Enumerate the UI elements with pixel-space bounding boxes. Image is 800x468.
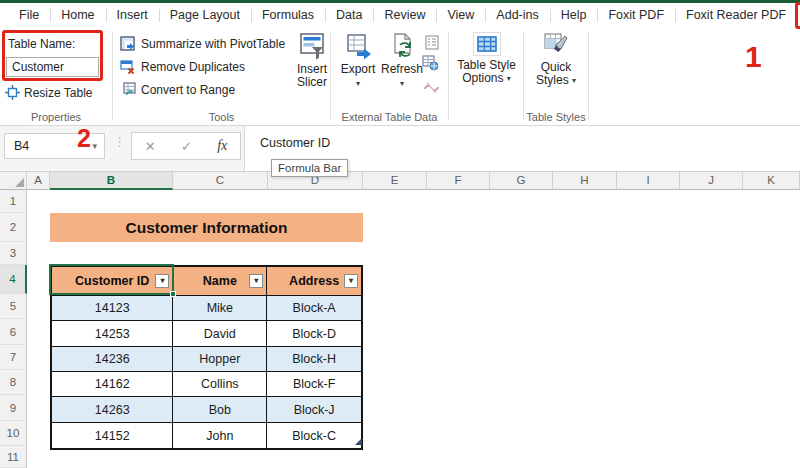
tab-formulas[interactable]: Formulas: [251, 3, 325, 28]
cell-F7[interactable]: [427, 345, 490, 370]
cell-A9[interactable]: [27, 395, 50, 421]
cell-A5[interactable]: [27, 294, 50, 319]
enter-button[interactable]: ✓: [181, 139, 192, 154]
table-cell[interactable]: Block-D: [267, 321, 361, 346]
table-header-name[interactable]: Name▾: [173, 267, 267, 295]
tab-foxit-reader-pdf[interactable]: Foxit Reader PDF: [675, 3, 797, 28]
table-header-customer-id[interactable]: Customer ID▾: [52, 267, 173, 295]
cell-H11[interactable]: [553, 446, 617, 468]
cell-H7[interactable]: [553, 345, 617, 370]
filter-dropdown-button[interactable]: ▾: [155, 274, 169, 288]
table-cell[interactable]: Block-C: [267, 423, 361, 448]
cell-K6[interactable]: [743, 319, 800, 345]
cell-H10[interactable]: [553, 421, 617, 446]
cell-K5[interactable]: [743, 294, 800, 319]
cell-F6[interactable]: [427, 319, 490, 345]
tab-page-layout[interactable]: Page Layout: [159, 3, 251, 28]
tab-file[interactable]: File: [8, 3, 50, 28]
cell-E11[interactable]: [363, 446, 427, 468]
cell-I3[interactable]: [617, 242, 680, 265]
tab-view[interactable]: View: [436, 3, 485, 28]
table-cell[interactable]: Hopper: [173, 347, 267, 371]
cell-K2[interactable]: [743, 213, 800, 242]
cell-G8[interactable]: [490, 370, 553, 395]
cell-I10[interactable]: [617, 421, 680, 446]
cell-F5[interactable]: [427, 294, 490, 319]
insert-function-button[interactable]: fx: [217, 138, 227, 154]
cell-J7[interactable]: [680, 345, 743, 370]
table-cell[interactable]: Block-A: [267, 296, 361, 320]
row-header-4[interactable]: 4: [0, 265, 27, 294]
convert-to-range-button[interactable]: Convert to Range: [120, 80, 235, 100]
row-header-9[interactable]: 9: [0, 395, 27, 421]
table-cell[interactable]: 14236: [52, 347, 173, 371]
cell-F1[interactable]: [427, 190, 490, 213]
table-resize-handle[interactable]: [355, 438, 362, 445]
cell-E10[interactable]: [363, 421, 427, 446]
column-header-F[interactable]: F: [427, 172, 490, 190]
cell-F9[interactable]: [427, 395, 490, 421]
table-cell[interactable]: Block-F: [267, 372, 361, 396]
cell-I9[interactable]: [617, 395, 680, 421]
cell-K11[interactable]: [743, 446, 800, 468]
cell-K3[interactable]: [743, 242, 800, 265]
cell-J10[interactable]: [680, 421, 743, 446]
cell-J9[interactable]: [680, 395, 743, 421]
cell-A6[interactable]: [27, 319, 50, 345]
column-header-A[interactable]: A: [27, 172, 50, 190]
cell-I5[interactable]: [617, 294, 680, 319]
column-header-E[interactable]: E: [363, 172, 427, 190]
cell-E1[interactable]: [363, 190, 427, 213]
cell-F3[interactable]: [427, 242, 490, 265]
cell-I6[interactable]: [617, 319, 680, 345]
tab-insert[interactable]: Insert: [106, 3, 159, 28]
table-cell[interactable]: Block-H: [267, 347, 361, 371]
cell-F11[interactable]: [427, 446, 490, 468]
cell-G4[interactable]: [490, 265, 553, 294]
cell-F8[interactable]: [427, 370, 490, 395]
cell-J4[interactable]: [680, 265, 743, 294]
cell-H1[interactable]: [553, 190, 617, 213]
cell-J5[interactable]: [680, 294, 743, 319]
cell-F2[interactable]: [427, 213, 490, 242]
cell-A8[interactable]: [27, 370, 50, 395]
cell-J1[interactable]: [680, 190, 743, 213]
column-header-G[interactable]: G: [490, 172, 553, 190]
open-in-browser-button[interactable]: [421, 55, 439, 71]
table-cell[interactable]: John: [173, 423, 267, 448]
filter-dropdown-button[interactable]: ▾: [344, 274, 358, 288]
select-all-corner[interactable]: [0, 172, 27, 190]
cell-K10[interactable]: [743, 421, 800, 446]
tab-data[interactable]: Data: [325, 3, 373, 28]
column-header-K[interactable]: K: [743, 172, 800, 190]
table-cell[interactable]: 14162: [52, 372, 173, 396]
quick-styles-button[interactable]: Quick Styles ▾: [526, 32, 586, 87]
table-cell[interactable]: 14253: [52, 321, 173, 346]
cell-E5[interactable]: [363, 294, 427, 319]
cell-G1[interactable]: [490, 190, 553, 213]
row-header-8[interactable]: 8: [0, 370, 27, 395]
cell-A11[interactable]: [27, 446, 50, 468]
column-header-H[interactable]: H: [553, 172, 617, 190]
cell-E7[interactable]: [363, 345, 427, 370]
cell-G9[interactable]: [490, 395, 553, 421]
table-style-options-button[interactable]: Table Style Options ▾: [450, 32, 523, 85]
cell-H5[interactable]: [553, 294, 617, 319]
cell-G11[interactable]: [490, 446, 553, 468]
column-header-B[interactable]: B: [50, 172, 173, 190]
insert-slicer-button[interactable]: Insert Slicer: [289, 32, 335, 89]
cell-E9[interactable]: [363, 395, 427, 421]
cell-E4[interactable]: [363, 265, 427, 294]
column-header-C[interactable]: C: [173, 172, 268, 190]
cell-K4[interactable]: [743, 265, 800, 294]
table-cell[interactable]: David: [173, 321, 267, 346]
table-name-input[interactable]: [6, 57, 99, 77]
formula-bar-drag-handle[interactable]: ⋮: [113, 134, 125, 149]
cell-G2[interactable]: [490, 213, 553, 242]
cell-J6[interactable]: [680, 319, 743, 345]
cell-G7[interactable]: [490, 345, 553, 370]
cell-D1[interactable]: [268, 190, 363, 213]
row-header-6[interactable]: 6: [0, 319, 27, 345]
row-header-5[interactable]: 5: [0, 294, 27, 319]
row-header-7[interactable]: 7: [0, 345, 27, 370]
